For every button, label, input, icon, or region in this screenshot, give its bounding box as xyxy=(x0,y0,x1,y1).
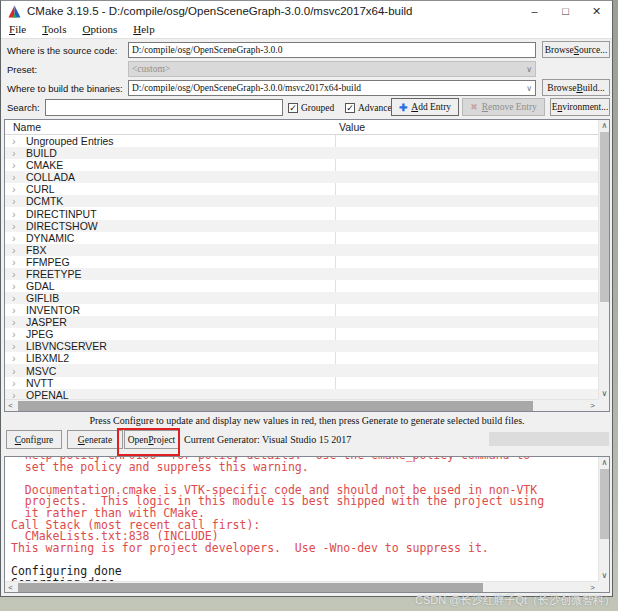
table-row[interactable]: › BUILD xyxy=(5,147,598,159)
output-log[interactable]: help-policy CMP0106" for policy details.… xyxy=(4,456,610,593)
advanced-checkbox[interactable]: ✓ Advanced xyxy=(345,99,397,116)
table-row[interactable]: › FBX xyxy=(5,244,598,256)
table-row[interactable]: › LIBXML2 xyxy=(5,352,598,364)
table-row[interactable]: › MSVC xyxy=(5,364,598,376)
expand-chevron-icon[interactable]: › xyxy=(12,305,21,315)
table-row[interactable]: › CMAKE xyxy=(5,159,598,171)
table-row[interactable]: › LIBVNCSERVER xyxy=(5,340,598,352)
scroll-up-icon[interactable]: ∧ xyxy=(599,457,610,468)
table-row[interactable]: › DYNAMIC xyxy=(5,232,598,244)
minimize-button[interactable]: – xyxy=(519,1,550,21)
expand-chevron-icon[interactable]: › xyxy=(12,172,21,182)
menu-item[interactable]: File xyxy=(1,21,34,38)
expand-chevron-icon[interactable]: › xyxy=(12,233,21,243)
scroll-right-icon[interactable]: > xyxy=(587,400,598,411)
binaries-combo[interactable]: D:/compile/osg/OpenSceneGraph-3.0.0/msvc… xyxy=(128,80,536,96)
log-lines: help-policy CMP0106" for policy details.… xyxy=(11,456,597,589)
csdn-watermark: CSDN @长沙红胖子Qt（长沙创微智科） xyxy=(415,593,615,608)
expand-chevron-icon[interactable]: › xyxy=(12,184,21,194)
table-row[interactable]: › JASPER xyxy=(5,316,598,328)
red-annotation-box xyxy=(117,428,180,456)
add-entry-button[interactable]: ✚ Add Entry xyxy=(391,98,459,116)
table-vertical-scrollbar[interactable]: ∧ ∨ xyxy=(598,120,609,399)
expand-chevron-icon[interactable]: › xyxy=(12,366,21,376)
checkbox-checked-icon[interactable]: ✓ xyxy=(288,103,298,113)
expand-chevron-icon[interactable]: › xyxy=(12,341,21,351)
environment-button[interactable]: Environment... xyxy=(550,98,610,116)
table-row[interactable]: › GIFLIB xyxy=(5,292,598,304)
log-vertical-scrollbar[interactable]: ∧ ∨ xyxy=(598,457,609,581)
chevron-down-icon[interactable]: ∨ xyxy=(526,82,532,96)
generate-button[interactable]: Generate xyxy=(67,430,123,449)
scrollbar-thumb[interactable] xyxy=(600,469,609,539)
search-label: Search: xyxy=(7,102,40,113)
table-row[interactable]: › DIRECTSHOW xyxy=(5,220,598,232)
checkbox-checked-icon[interactable]: ✓ xyxy=(345,103,355,113)
table-row[interactable]: › DIRECTINPUT xyxy=(5,207,598,219)
menu-item[interactable]: Tools xyxy=(34,21,74,38)
configure-button[interactable]: Configure xyxy=(6,430,62,449)
table-row[interactable]: › JPEG xyxy=(5,328,598,340)
expand-chevron-icon[interactable]: › xyxy=(12,196,21,206)
current-generator-label: Current Generator: Visual Studio 15 2017 xyxy=(184,434,351,445)
table-row[interactable]: › NVTT xyxy=(5,377,598,389)
expand-chevron-icon[interactable]: › xyxy=(12,281,21,291)
scroll-left-icon[interactable]: < xyxy=(5,400,16,411)
expand-chevron-icon[interactable]: › xyxy=(12,317,21,327)
table-row-name: LIBXML2 xyxy=(26,352,69,364)
scrollbar-thumb[interactable] xyxy=(18,583,483,593)
maximize-button[interactable]: □ xyxy=(550,1,581,21)
table-row[interactable]: › COLLADA xyxy=(5,171,598,183)
grouped-checkbox[interactable]: ✓ Grouped xyxy=(288,99,334,116)
table-row-name: GDAL xyxy=(26,280,55,292)
log-horizontal-scrollbar[interactable]: < > xyxy=(5,581,598,592)
expand-chevron-icon[interactable]: › xyxy=(12,209,21,219)
log-line: set the policy and suppress this warning… xyxy=(11,462,597,474)
expand-chevron-icon[interactable]: › xyxy=(12,136,21,146)
expand-chevron-icon[interactable]: › xyxy=(12,293,21,303)
scrollbar-thumb[interactable] xyxy=(18,401,533,411)
grouped-label: Grouped xyxy=(301,103,334,113)
menu-item[interactable]: Options xyxy=(74,21,125,38)
table-row[interactable]: › CURL xyxy=(5,183,598,195)
table-row[interactable]: › FFMPEG xyxy=(5,256,598,268)
source-code-label: Where is the source code: xyxy=(7,45,117,56)
search-input[interactable] xyxy=(45,99,283,116)
expand-chevron-icon[interactable]: › xyxy=(12,160,21,170)
browse-source-button[interactable]: Browse Source... xyxy=(542,41,610,58)
expand-chevron-icon[interactable]: › xyxy=(12,257,21,267)
scroll-up-icon[interactable]: ∧ xyxy=(599,120,610,131)
close-button[interactable]: ✕ xyxy=(581,1,612,21)
scroll-down-icon[interactable]: ∨ xyxy=(599,570,610,581)
expand-chevron-icon[interactable]: › xyxy=(12,378,21,388)
table-row[interactable]: › Ungrouped Entries xyxy=(5,135,598,147)
expand-chevron-icon[interactable]: › xyxy=(12,329,21,339)
table-row[interactable]: › DCMTK xyxy=(5,195,598,207)
expand-chevron-icon[interactable]: › xyxy=(12,353,21,363)
scroll-left-icon[interactable]: < xyxy=(5,582,16,593)
value-column-header[interactable]: Value xyxy=(339,121,365,133)
log-line: This warning is for project developers. … xyxy=(11,543,597,555)
expand-chevron-icon[interactable]: › xyxy=(12,221,21,231)
scroll-down-icon[interactable]: ∨ xyxy=(599,388,610,399)
scroll-right-icon[interactable]: > xyxy=(587,582,598,593)
source-code-input[interactable]: D:/compile/osg/OpenSceneGraph-3.0.0 xyxy=(128,42,536,58)
chevron-down-icon: ∨ xyxy=(526,63,532,77)
expand-chevron-icon[interactable]: › xyxy=(12,269,21,279)
remove-entry-button: ✖ Remove Entry xyxy=(462,98,545,116)
table-row[interactable]: › INVENTOR xyxy=(5,304,598,316)
name-column-header[interactable]: Name xyxy=(13,121,41,133)
menu-item[interactable]: Help xyxy=(125,21,162,38)
table-rows: › Ungrouped Entries › BUILD › CMAKE › CO… xyxy=(5,135,598,401)
scrollbar-thumb[interactable] xyxy=(600,132,609,302)
table-row[interactable]: › FREETYPE xyxy=(5,268,598,280)
scrollbar-corner xyxy=(598,399,609,411)
table-row[interactable]: › GDAL xyxy=(5,280,598,292)
browse-build-button[interactable]: Browse Build... xyxy=(542,79,610,96)
remove-entry-label: Remove Entry xyxy=(482,102,537,112)
scrollbar-corner xyxy=(598,581,609,592)
expand-chevron-icon[interactable]: › xyxy=(12,148,21,158)
table-row-name: Ungrouped Entries xyxy=(26,135,114,147)
table-horizontal-scrollbar[interactable]: < > xyxy=(5,399,598,411)
expand-chevron-icon[interactable]: › xyxy=(12,245,21,255)
